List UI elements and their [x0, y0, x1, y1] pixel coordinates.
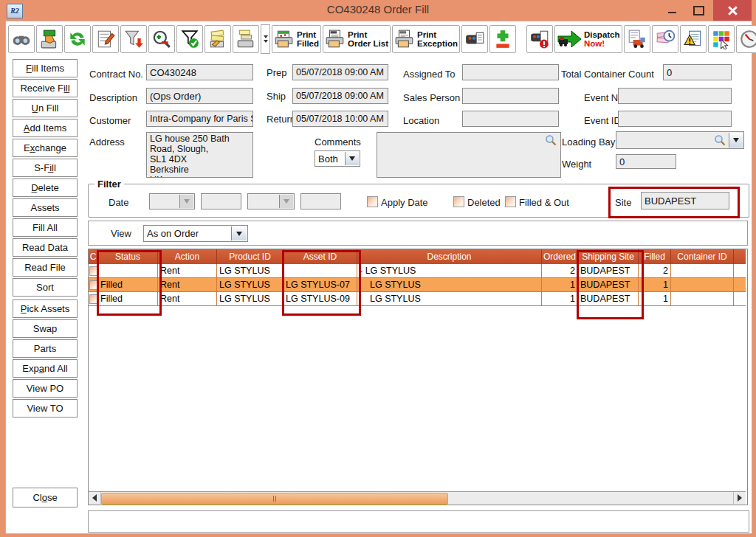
- cell-asset-id[interactable]: LG STYLUS-09: [284, 292, 357, 306]
- sidebar-button-view-to[interactable]: View TO: [13, 399, 78, 418]
- date-combo-2-dropdown[interactable]: [279, 195, 293, 208]
- customer-field[interactable]: Intra-Company for Paris Sit: [146, 111, 253, 127]
- col-header-container-id[interactable]: Container ID: [671, 249, 734, 264]
- print-batch-button[interactable]: [233, 25, 259, 53]
- sidebar-button-swap[interactable]: Swap: [13, 319, 78, 338]
- assigned-to-field[interactable]: [462, 64, 559, 80]
- filled-out-checkbox[interactable]: [505, 196, 516, 207]
- cell-status[interactable]: [98, 264, 158, 278]
- cell-ordered[interactable]: 1: [542, 292, 578, 306]
- date-combo-1-dropdown[interactable]: [179, 195, 193, 208]
- print-pick-ticket-button[interactable]: [36, 25, 63, 53]
- sidebar-button-un-fill[interactable]: U̲n Fill: [13, 99, 78, 117]
- row-checkbox-cell[interactable]: [89, 278, 98, 292]
- col-header-description[interactable]: Description: [357, 249, 542, 264]
- cell-container-id[interactable]: [671, 264, 734, 278]
- scan-read-button[interactable]: [461, 25, 488, 53]
- col-header-asset-id[interactable]: Asset ID: [284, 249, 357, 264]
- cell-container-id[interactable]: [671, 292, 734, 306]
- cell-description[interactable]: - LG STYLUS: [357, 264, 542, 278]
- cell-shipping-site[interactable]: BUDAPEST: [578, 278, 639, 292]
- sidebar-button-parts[interactable]: Parts: [13, 339, 78, 358]
- cell-product-id[interactable]: LG STYLUS: [217, 278, 284, 292]
- sidebar-button-receive-fill[interactable]: Receive Fil̲l: [13, 79, 78, 97]
- sidebar-button-fill-all[interactable]: Fill All: [13, 218, 78, 237]
- sidebar-button-pick-assets[interactable]: P̲ick Assets: [13, 299, 78, 318]
- apply-date-checkbox[interactable]: [367, 196, 378, 207]
- contract-field[interactable]: CO430248: [146, 64, 253, 80]
- refresh-button[interactable]: [64, 25, 91, 53]
- row-checkbox-cell[interactable]: [89, 264, 98, 278]
- cell-status[interactable]: Filled: [98, 292, 158, 306]
- col-header-shipping-site[interactable]: Shipping Site: [578, 249, 639, 264]
- cell-ordered[interactable]: 1: [542, 278, 578, 292]
- add-remove-button[interactable]: [489, 25, 516, 53]
- row-checkbox[interactable]: [89, 294, 98, 304]
- comments-field[interactable]: [377, 132, 561, 178]
- cell-action[interactable]: Rent: [158, 264, 217, 278]
- col-header-filled[interactable]: Filled: [639, 249, 671, 264]
- location-field[interactable]: [462, 111, 559, 127]
- event-id-field[interactable]: [618, 111, 732, 127]
- filter-export-button[interactable]: [120, 25, 147, 53]
- grid-row-2-selected[interactable]: Filled Rent LG STYLUS LG STYLUS-07 LG ST…: [89, 278, 746, 292]
- sidebar-button-sort[interactable]: Sort: [13, 278, 78, 297]
- loading-bay-field[interactable]: [616, 131, 744, 149]
- col-header-ordered[interactable]: Ordered: [542, 249, 578, 264]
- row-checkbox[interactable]: [89, 266, 98, 276]
- sidebar-button-s-fill[interactable]: S-Fi̲ll: [13, 159, 78, 177]
- view-select[interactable]: As on Order: [143, 225, 248, 242]
- address-field[interactable]: LG house 250 Bath Road, Slough, SL1 4DX …: [146, 132, 253, 178]
- col-header-status[interactable]: Status: [98, 249, 158, 264]
- scan-alert-button[interactable]: [526, 25, 553, 53]
- shipping-doc-button[interactable]: [624, 25, 650, 53]
- sidebar-button-read-data[interactable]: Read Data: [13, 238, 78, 257]
- sales-person-field[interactable]: [462, 88, 559, 104]
- cell-product-id[interactable]: LG STYLUS: [217, 292, 284, 306]
- cell-action[interactable]: Rent: [158, 292, 217, 306]
- description-field[interactable]: (Ops Order): [146, 88, 253, 104]
- sidebar-button-assets[interactable]: Assets: [13, 198, 78, 217]
- sidebar-button-close[interactable]: Clo̲se: [13, 488, 78, 507]
- col-header-product-id[interactable]: Product ID: [217, 249, 284, 264]
- scroll-right-button[interactable]: [733, 492, 746, 504]
- view-dropdown[interactable]: [231, 226, 247, 240]
- cell-filled[interactable]: 1: [639, 292, 671, 306]
- print-filled-button[interactable]: PrintFilled: [272, 25, 321, 53]
- loading-bay-search-icon[interactable]: [714, 134, 726, 146]
- grid-row-3[interactable]: Filled Rent LG STYLUS LG STYLUS-09 LG ST…: [89, 292, 746, 306]
- sidebar-button-fill-items[interactable]: F̲ill Items: [13, 59, 78, 77]
- color-legend-button[interactable]: [708, 25, 735, 53]
- sidebar-button-expand-all[interactable]: Expa̲nd All: [13, 359, 78, 378]
- col-header-action[interactable]: Action: [158, 249, 217, 264]
- cell-ordered[interactable]: 2: [542, 264, 578, 278]
- dispatch-now-button[interactable]: DispatchNow!: [554, 25, 622, 53]
- sidebar-button-add-items[interactable]: A̲dd Items: [13, 119, 78, 137]
- cell-container-id[interactable]: [671, 278, 734, 292]
- comments-mode-select[interactable]: Both: [315, 150, 360, 167]
- cell-asset-id[interactable]: LG STYLUS-07: [284, 278, 357, 292]
- edit-notes-button[interactable]: [92, 25, 119, 53]
- horizontal-scrollbar[interactable]: [89, 491, 746, 505]
- cell-shipping-site[interactable]: BUDAPEST: [578, 264, 639, 278]
- deleted-checkbox[interactable]: [453, 196, 464, 207]
- zoom-button[interactable]: [148, 25, 175, 53]
- col-header-check[interactable]: C: [89, 249, 98, 264]
- scroll-left-button[interactable]: [89, 492, 101, 504]
- schedule-button[interactable]: [652, 25, 678, 53]
- grid-row-1[interactable]: Rent LG STYLUS - LG STYLUS 2 BUDAPEST 2: [89, 264, 746, 278]
- prep-date-field[interactable]: 05/07/2018 09:00 AM: [292, 64, 388, 80]
- sidebar-button-read-file[interactable]: Read File: [13, 258, 78, 277]
- return-date-field[interactable]: 05/07/2018 10:00 AM: [292, 111, 388, 127]
- cell-shipping-site[interactable]: BUDAPEST: [578, 292, 639, 306]
- date-filter-value-1[interactable]: [201, 193, 241, 209]
- row-checkbox-cell[interactable]: [89, 292, 98, 306]
- cell-action[interactable]: Rent: [158, 278, 217, 292]
- event-name-field[interactable]: [618, 88, 732, 104]
- sort-items-button[interactable]: [205, 25, 231, 53]
- cell-description[interactable]: LG STYLUS: [357, 278, 542, 292]
- date-filter-combo-2[interactable]: [247, 193, 295, 209]
- cell-description[interactable]: LG STYLUS: [357, 292, 542, 306]
- loading-bay-dropdown[interactable]: [729, 133, 743, 148]
- cell-product-id[interactable]: LG STYLUS: [217, 264, 284, 278]
